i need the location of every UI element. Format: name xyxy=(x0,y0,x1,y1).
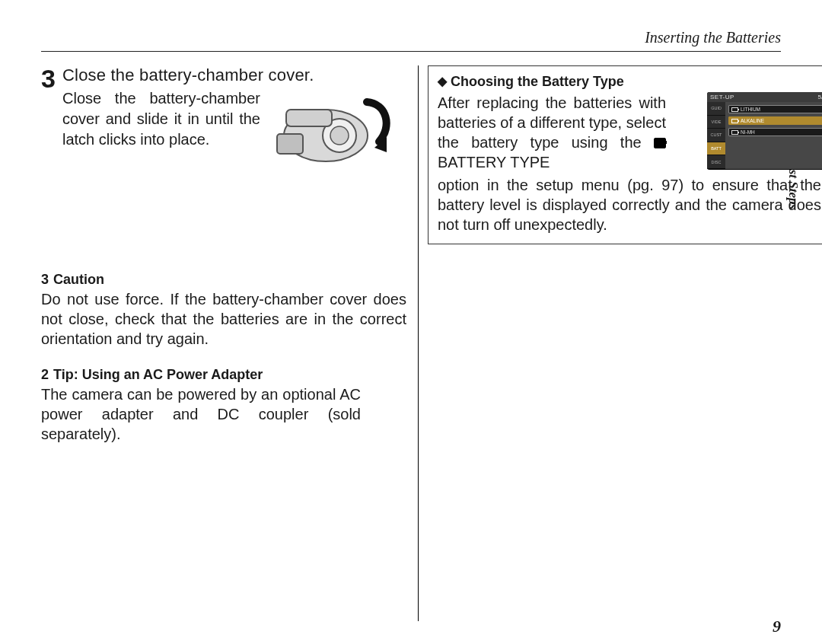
menu-option-label: ALKALINE xyxy=(741,118,764,123)
panel-title-text: Choosing the Battery Type xyxy=(451,74,624,89)
page-number: 9 xyxy=(773,617,781,636)
svg-rect-3 xyxy=(286,110,332,126)
caution-heading: 3Caution xyxy=(41,272,399,288)
menu-option: NI-MH xyxy=(728,128,822,136)
menu-option-label: NI-MH xyxy=(741,129,755,135)
panel-opt-label: BATTERY TYPE xyxy=(438,154,550,171)
caution-label: Caution xyxy=(53,272,104,287)
menu-titlebar: SET-UP 5/6 xyxy=(707,92,822,102)
menu-left-item: CUST xyxy=(707,129,725,142)
panel-bullet-icon: ◆ xyxy=(438,75,447,88)
tip-label: Tip: Using an AC Power Adapter xyxy=(53,367,263,382)
battery-type-menu-icon xyxy=(654,138,666,148)
menu-page-indicator: 5/6 xyxy=(817,94,822,100)
step-body: Close the battery-chamber cover and slid… xyxy=(62,88,260,150)
menu-option-selected: ALKALINE xyxy=(728,116,822,125)
menu-left-item: DISC xyxy=(707,155,725,169)
menu-option-label: LITHIUM xyxy=(741,107,760,112)
header-rule xyxy=(41,51,781,52)
tip-text: The camera can be powered by an optional… xyxy=(41,384,361,444)
choosing-battery-type-panel: ◆ Choosing the Battery Type After replac… xyxy=(428,65,822,244)
panel-title: ◆ Choosing the Battery Type xyxy=(438,74,821,90)
battery-icon xyxy=(731,107,738,112)
menu-left-item: GUID xyxy=(707,102,725,116)
menu-right-options: LITHIUM ALKALINE NI-MH xyxy=(725,102,822,169)
menu-left-item-selected: BATT xyxy=(707,142,725,156)
caution-marker: 3 xyxy=(41,272,53,288)
step-title: Close the battery-chamber cover. xyxy=(62,65,399,85)
tip-heading: 2Tip: Using an AC Power Adapter xyxy=(41,367,399,383)
svg-point-2 xyxy=(330,126,349,145)
panel-body1: After replacing the batteries with batte… xyxy=(438,94,666,151)
svg-rect-4 xyxy=(277,134,303,154)
caution-text: Do not use force. If the battery-chamber… xyxy=(41,289,406,349)
menu-left-item: VIDE xyxy=(707,116,725,129)
setup-menu-screenshot: SET-UP 5/6 GUID VIDE CUST BATT DISC LITH… xyxy=(707,92,822,170)
running-header: Inserting the Batteries xyxy=(41,29,781,46)
column-divider xyxy=(418,65,419,621)
panel-body-upper: After replacing the batteries with batte… xyxy=(438,93,666,172)
menu-title-text: SET-UP xyxy=(710,94,734,100)
panel-body-lower: option in the setup menu (pg. 97) to ens… xyxy=(438,175,821,234)
menu-left-rail: GUID VIDE CUST BATT DISC xyxy=(707,102,725,169)
step-number: 3 xyxy=(41,64,56,94)
tip-marker: 2 xyxy=(41,367,53,383)
battery-icon xyxy=(731,119,738,123)
camera-close-cover-illustration xyxy=(272,88,399,171)
menu-option: LITHIUM xyxy=(728,105,822,113)
battery-icon xyxy=(731,130,738,135)
